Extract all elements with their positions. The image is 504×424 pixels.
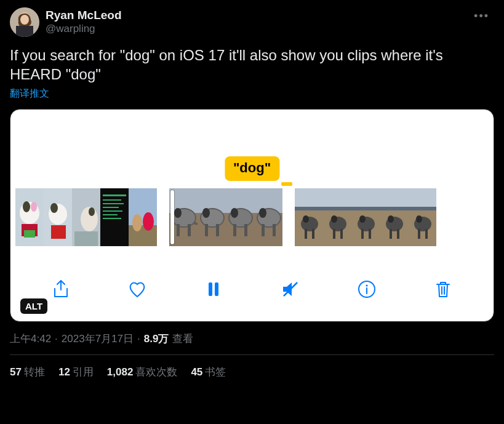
stat-retweets[interactable]: 57转推 <box>10 365 45 379</box>
time: 上午4:42 <box>10 332 51 346</box>
svg-rect-23 <box>103 210 122 212</box>
svg-rect-79 <box>380 188 408 208</box>
tweet-text: If you search for "dog" on iOS 17 it'll … <box>10 46 494 84</box>
avatar[interactable] <box>10 7 39 37</box>
svg-rect-42 <box>205 224 208 236</box>
thumbnail <box>254 188 282 246</box>
info-icon[interactable] <box>354 277 379 302</box>
playhead[interactable] <box>170 190 174 244</box>
svg-rect-77 <box>361 229 364 239</box>
svg-rect-85 <box>397 229 399 239</box>
svg-rect-22 <box>103 207 119 208</box>
thumbnail <box>351 188 380 246</box>
svg-rect-63 <box>305 229 307 239</box>
views-number: 8.9万 <box>144 332 169 346</box>
mute-icon[interactable] <box>278 277 303 302</box>
svg-point-16 <box>89 207 95 216</box>
share-icon[interactable] <box>49 277 73 302</box>
svg-rect-71 <box>340 229 343 239</box>
svg-rect-56 <box>262 224 265 236</box>
svg-rect-25 <box>103 218 121 219</box>
heart-icon[interactable] <box>125 277 150 302</box>
svg-rect-94 <box>215 282 218 296</box>
svg-rect-88 <box>408 207 436 210</box>
stat-bookmarks[interactable]: 45书签 <box>191 365 226 379</box>
svg-rect-58 <box>295 188 323 208</box>
svg-rect-36 <box>188 224 191 236</box>
tweet-meta[interactable]: 上午4:42 · 2023年7月17日 · 8.9万 查看 <box>10 332 494 346</box>
thumbnail <box>380 188 408 246</box>
svg-rect-64 <box>312 229 314 239</box>
svg-point-29 <box>143 212 154 231</box>
thumbnail <box>323 188 351 246</box>
svg-rect-60 <box>295 207 323 210</box>
svg-rect-78 <box>369 229 371 239</box>
thumbnail <box>295 188 323 246</box>
svg-point-55 <box>259 208 266 218</box>
svg-rect-35 <box>177 224 180 236</box>
svg-point-62 <box>303 215 309 223</box>
pause-icon[interactable] <box>201 277 226 302</box>
clip-group <box>169 188 282 246</box>
svg-point-28 <box>132 214 142 231</box>
svg-rect-20 <box>103 199 121 201</box>
display-name: Ryan McLeod <box>46 9 122 23</box>
svg-point-48 <box>231 208 238 218</box>
thumbnail <box>100 188 129 246</box>
svg-rect-13 <box>51 225 66 239</box>
media-card[interactable]: "dog" <box>10 109 494 322</box>
clip-group <box>295 188 436 246</box>
svg-rect-93 <box>209 282 212 296</box>
svg-rect-27 <box>129 225 157 246</box>
svg-point-41 <box>202 208 210 218</box>
views-label: 查看 <box>172 332 193 346</box>
clip-group <box>15 188 157 246</box>
svg-rect-86 <box>408 188 436 208</box>
svg-rect-17 <box>74 231 98 246</box>
author-names[interactable]: Ryan McLeod @warpling <box>46 7 122 35</box>
svg-rect-74 <box>351 207 380 210</box>
svg-rect-57 <box>273 224 276 236</box>
svg-point-7 <box>31 202 37 212</box>
svg-rect-91 <box>418 229 420 239</box>
svg-rect-67 <box>323 207 351 210</box>
more-icon[interactable]: ••• <box>469 7 494 25</box>
handle: @warpling <box>46 23 122 35</box>
thumbnail <box>72 188 100 246</box>
divider <box>10 354 494 355</box>
svg-point-69 <box>331 215 337 223</box>
alt-badge[interactable]: ALT <box>20 298 47 314</box>
search-result-label: "dog" <box>225 156 279 181</box>
stat-quotes[interactable]: 12引用 <box>58 365 94 379</box>
video-timeline[interactable] <box>15 188 489 246</box>
svg-point-76 <box>359 215 366 223</box>
thumbnail <box>226 188 254 246</box>
svg-point-90 <box>416 215 422 223</box>
media-toolbar <box>10 272 494 306</box>
thumbnail <box>408 188 436 246</box>
svg-rect-18 <box>100 188 129 246</box>
date: 2023年7月17日 <box>62 332 134 346</box>
tweet-container: Ryan McLeod @warpling ••• If you search … <box>0 0 504 386</box>
thumbnail <box>44 188 72 246</box>
tweet-stats: 57转推 12引用 1,082喜欢次数 45书签 <box>10 365 494 379</box>
svg-rect-49 <box>233 224 236 236</box>
tweet-header: Ryan McLeod @warpling ••• <box>10 7 494 37</box>
trash-icon[interactable] <box>431 277 455 302</box>
svg-rect-50 <box>244 224 247 236</box>
stat-likes[interactable]: 1,082喜欢次数 <box>107 365 178 379</box>
svg-rect-70 <box>333 229 335 239</box>
svg-rect-65 <box>323 188 351 208</box>
svg-rect-92 <box>425 229 428 239</box>
svg-point-2 <box>20 15 29 25</box>
svg-rect-81 <box>380 207 408 210</box>
svg-point-6 <box>23 201 30 212</box>
svg-point-34 <box>174 208 182 218</box>
thumbnail <box>198 188 226 246</box>
svg-point-97 <box>366 285 367 287</box>
svg-point-12 <box>50 203 58 213</box>
translate-link[interactable]: 翻译推文 <box>10 87 494 100</box>
thumbnail <box>15 188 44 246</box>
svg-rect-84 <box>390 229 392 239</box>
svg-rect-21 <box>103 203 124 204</box>
